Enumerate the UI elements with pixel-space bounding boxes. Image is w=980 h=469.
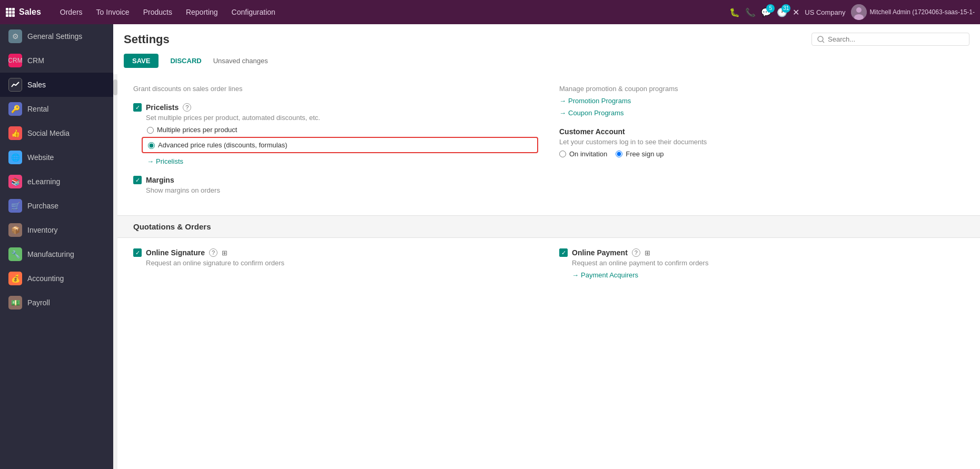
sidebar-label-purchase: Purchase	[27, 202, 58, 210]
sidebar-item-accounting[interactable]: 💰 Accounting	[0, 266, 113, 291]
margins-title: Margins	[146, 176, 174, 184]
pricelists-header: Pricelists ?	[146, 103, 320, 112]
website-icon: 🌐	[8, 151, 22, 164]
manage-promo-desc: Manage promotion & coupon programs	[559, 85, 964, 93]
nav-products[interactable]: Products	[137, 5, 179, 19]
svg-rect-8	[12, 14, 15, 17]
sidebar-item-rental[interactable]: 🔑 Rental	[0, 97, 113, 121]
nav-to-invoice[interactable]: To Invoice	[90, 5, 136, 19]
svg-rect-0	[6, 8, 8, 11]
online-payment-desc: Request an online payment to confirm ord…	[572, 259, 708, 267]
clock-icon[interactable]: 🕐 31	[777, 7, 787, 17]
online-signature-desc: Request an online signature to confirm o…	[146, 259, 284, 267]
coupon-arrow-icon: →	[559, 109, 566, 117]
phone-icon[interactable]: 📞	[745, 7, 756, 17]
social-icon: 👍	[8, 126, 22, 140]
payroll-icon: 💵	[8, 296, 22, 310]
sidebar-item-social-media[interactable]: 👍 Social Media	[0, 121, 113, 145]
pricelists-title: Pricelists	[146, 103, 179, 112]
free-signup-option[interactable]: Free sign up	[616, 150, 664, 158]
svg-rect-4	[9, 11, 12, 14]
sidebar-item-crm[interactable]: CRM CRM	[0, 48, 113, 73]
manufacturing-icon: 🔧	[8, 247, 22, 261]
coupon-programs-link[interactable]: → Coupon Programs	[559, 109, 964, 117]
sidebar-item-general-settings[interactable]: ⚙ General Settings	[0, 24, 113, 48]
svg-line-13	[823, 41, 824, 43]
sidebar-item-payroll[interactable]: 💵 Payroll	[0, 291, 113, 315]
sidebar-label-elearning: eLearning	[27, 177, 60, 186]
nav-configuration[interactable]: Configuration	[225, 5, 282, 19]
quotations-section-row: ✓ Online Signature ? ⊞ Request an online…	[117, 238, 980, 300]
sidebar-item-sales[interactable]: Sales	[0, 73, 113, 97]
user-menu[interactable]: Mitchell Admin (17204063-saas-15-1-	[851, 4, 975, 20]
pricelists-item: ✓ Pricelists ? Set multiple prices per p…	[133, 103, 538, 165]
chat-icon[interactable]: 💬 5	[761, 7, 771, 17]
grid-menu-icon[interactable]	[5, 7, 15, 17]
sidebar-label-manufacturing: Manufacturing	[27, 250, 74, 258]
online-signature-col: ✓ Online Signature ? ⊞ Request an online…	[133, 248, 538, 290]
online-payment-header: Online Payment ? ⊞	[572, 248, 708, 257]
online-signature-header: Online Signature ? ⊞	[146, 248, 284, 257]
svg-rect-5	[12, 11, 15, 14]
save-button[interactable]: SAVE	[124, 54, 159, 68]
discard-button[interactable]: DISCARD	[164, 54, 207, 68]
sidebar-label-sales: Sales	[27, 81, 46, 89]
sidebar-item-purchase[interactable]: 🛒 Purchase	[0, 194, 113, 218]
sidebar-label-crm: CRM	[27, 56, 44, 65]
user-name: Mitchell Admin (17204063-saas-15-1-	[870, 8, 975, 16]
sidebar-item-manufacturing[interactable]: 🔧 Manufacturing	[0, 242, 113, 266]
pricelists-wrap: ✓ Pricelists ? Set multiple prices per p…	[133, 103, 538, 122]
sidebar-item-website[interactable]: 🌐 Website	[0, 145, 113, 169]
sales-icon	[8, 78, 22, 92]
multiple-prices-option[interactable]: Multiple prices per product	[147, 126, 538, 134]
pricelists-checkbox[interactable]: ✓	[133, 103, 142, 112]
unsaved-changes-label: Unsaved changes	[213, 57, 268, 65]
bug-icon[interactable]: 🐛	[729, 7, 740, 17]
search-input[interactable]	[828, 35, 964, 43]
svg-rect-6	[6, 14, 8, 17]
quotations-divider: Quotations & Orders	[117, 215, 980, 238]
margins-checkbox[interactable]: ✓	[133, 176, 142, 184]
sidebar-label-inventory: Inventory	[27, 226, 58, 234]
online-signature-item: ✓ Online Signature ? ⊞ Request an online…	[133, 248, 538, 267]
inventory-icon: 📦	[8, 223, 22, 237]
online-payment-checkbox[interactable]: ✓	[559, 248, 568, 257]
online-signature-title: Online Signature	[146, 248, 205, 257]
promotion-programs-link[interactable]: → Promotion Programs	[559, 97, 964, 105]
scroll-rail[interactable]	[113, 74, 117, 469]
sidebar-item-elearning[interactable]: 📚 eLearning	[0, 169, 113, 194]
online-signature-wrap: ✓ Online Signature ? ⊞ Request an online…	[133, 248, 538, 267]
nav-reporting[interactable]: Reporting	[180, 5, 224, 19]
grant-discounts-desc: Grant discounts on sales order lines	[133, 85, 538, 93]
search-box[interactable]	[811, 33, 969, 46]
on-invitation-radio[interactable]	[559, 151, 566, 157]
pricelists-help-icon[interactable]: ?	[183, 103, 191, 112]
sidebar-label-payroll: Payroll	[27, 298, 50, 307]
sidebar-item-inventory[interactable]: 📦 Inventory	[0, 218, 113, 242]
online-signature-checkbox[interactable]: ✓	[133, 248, 142, 257]
settings-header: Settings	[113, 24, 980, 51]
multiple-prices-label: Multiple prices per product	[157, 126, 237, 134]
sidebar-label-website: Website	[27, 153, 54, 162]
sidebar-label-social-media: Social Media	[27, 129, 70, 137]
multiple-prices-radio[interactable]	[147, 127, 154, 134]
free-signup-radio[interactable]	[616, 151, 622, 157]
payment-acquirers-link[interactable]: → Payment Acquirers	[572, 271, 708, 279]
sidebar-label-accounting: Accounting	[27, 274, 64, 283]
nav-orders[interactable]: Orders	[54, 5, 89, 19]
advanced-price-option[interactable]: Advanced price rules (discounts, formula…	[148, 141, 532, 149]
customer-account-radio-group: On invitation Free sign up	[559, 150, 964, 158]
quotations-section-title: Quotations & Orders	[133, 222, 211, 231]
promotion-arrow-icon: →	[559, 97, 566, 105]
online-payment-help-icon[interactable]: ?	[632, 248, 640, 257]
advanced-price-label: Advanced price rules (discounts, formula…	[158, 141, 288, 149]
advanced-price-radio[interactable]	[148, 142, 155, 149]
close-icon[interactable]: ✕	[793, 7, 799, 17]
chat-badge: 5	[766, 4, 775, 13]
pricelists-link[interactable]: → Pricelists	[147, 157, 538, 165]
scroll-thumb[interactable]	[113, 79, 117, 95]
navbar-menu: Orders To Invoice Products Reporting Con…	[54, 5, 727, 19]
on-invitation-option[interactable]: On invitation	[559, 150, 607, 158]
online-payment-wrap: ✓ Online Payment ? ⊞ Request an online p…	[559, 248, 964, 279]
online-signature-help-icon[interactable]: ?	[209, 248, 217, 257]
